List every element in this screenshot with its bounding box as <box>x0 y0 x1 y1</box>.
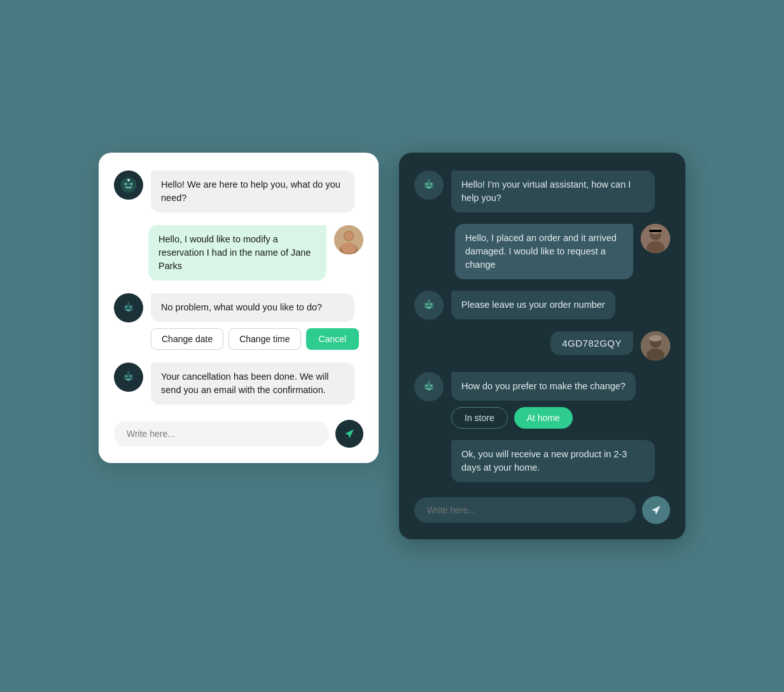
svg-rect-51 <box>428 380 430 383</box>
light-chat-input[interactable] <box>114 421 329 446</box>
svg-rect-32 <box>431 183 433 188</box>
svg-rect-20 <box>131 305 133 311</box>
at-home-button[interactable]: At home <box>514 407 573 429</box>
order-number-bubble: 4GD782GQY <box>550 331 633 355</box>
svg-rect-6 <box>131 182 133 189</box>
dark-user-message-1: Hello, I placed an order and it arrived … <box>414 224 670 279</box>
svg-rect-53 <box>431 384 433 390</box>
bot-message-1: Hello! We are here to help you, what do … <box>114 170 363 212</box>
svg-rect-26 <box>131 375 133 380</box>
dark-bot-message-3: How do you prefer to make the change? In… <box>414 372 670 429</box>
svg-rect-5 <box>124 182 126 189</box>
svg-point-14 <box>341 242 356 254</box>
dark-bot-bubble-3: How do you prefer to make the change? <box>451 372 636 401</box>
dark-bot-message-4: Ok, you will receive a new product in 2-… <box>414 440 670 482</box>
svg-point-47 <box>649 335 662 342</box>
dark-user-message-2: 4GD782GQY <box>414 331 670 361</box>
dark-bot-bubble-1: Hello! I'm your virtual assistant, how c… <box>451 170 655 212</box>
dark-bot-message-2: Please leave us your order number <box>414 291 670 320</box>
svg-rect-42 <box>424 303 426 308</box>
svg-rect-18 <box>127 301 130 304</box>
svg-rect-37 <box>649 230 662 232</box>
svg-point-8 <box>125 183 127 185</box>
dark-user-avatar-2 <box>641 331 670 361</box>
svg-rect-31 <box>424 183 426 188</box>
cancel-button[interactable]: Cancel <box>306 328 360 350</box>
bot-avatar-2 <box>114 293 143 322</box>
light-send-button[interactable] <box>335 420 363 448</box>
svg-rect-30 <box>428 179 430 181</box>
svg-rect-52 <box>424 384 426 390</box>
dark-bot-avatar-1 <box>414 170 444 200</box>
dark-bot-message-1: Hello! I'm your virtual assistant, how c… <box>414 170 670 212</box>
bot-message-2: No problem, what would you like to do? C… <box>114 293 363 350</box>
dark-user-avatar-1 <box>641 224 670 253</box>
options-group: Change date Change time Cancel <box>151 328 359 350</box>
dark-user-bubble-1: Hello, I placed an order and it arrived … <box>455 224 633 279</box>
dark-bot-bubble-2: Please leave us your order number <box>451 291 615 319</box>
svg-rect-41 <box>428 299 430 301</box>
bot-bubble-2: No problem, what would you like to do? <box>151 293 354 322</box>
svg-point-9 <box>130 183 132 185</box>
dark-bot-avatar-2 <box>414 291 444 320</box>
dark-input-row <box>414 496 670 524</box>
dark-bot-bubble-4: Ok, you will receive a new product in 2-… <box>451 440 655 482</box>
bot-bubble-3: Your cancellation has been done. We will… <box>151 363 354 405</box>
dark-bot-avatar-3 <box>414 372 444 401</box>
light-input-row <box>114 420 363 448</box>
in-store-button[interactable]: In store <box>451 407 508 429</box>
svg-point-13 <box>344 232 353 240</box>
dark-chat-widget: Hello! I'm your virtual assistant, how c… <box>399 153 685 539</box>
dark-send-button[interactable] <box>642 496 670 524</box>
bot-bubble-1: Hello! We are here to help you, what do … <box>151 170 354 212</box>
user-message-1: Hello, I would like to modify a reservat… <box>114 225 363 280</box>
svg-rect-25 <box>124 375 126 380</box>
light-chat-widget: Hello! We are here to help you, what do … <box>99 153 379 463</box>
user-avatar-1 <box>334 225 363 254</box>
svg-rect-24 <box>127 371 130 373</box>
change-time-button[interactable]: Change time <box>228 328 300 350</box>
dark-options-group: In store At home <box>451 407 636 429</box>
dark-chat-input[interactable] <box>414 497 636 523</box>
bot-avatar <box>114 170 143 200</box>
bot-avatar-3 <box>114 363 143 392</box>
user-bubble-1: Hello, I would like to modify a reservat… <box>148 225 326 280</box>
svg-rect-19 <box>124 305 126 311</box>
svg-rect-43 <box>431 303 433 308</box>
change-date-button[interactable]: Change date <box>151 328 223 350</box>
bot-message-3: Your cancellation has been done. We will… <box>114 363 363 405</box>
